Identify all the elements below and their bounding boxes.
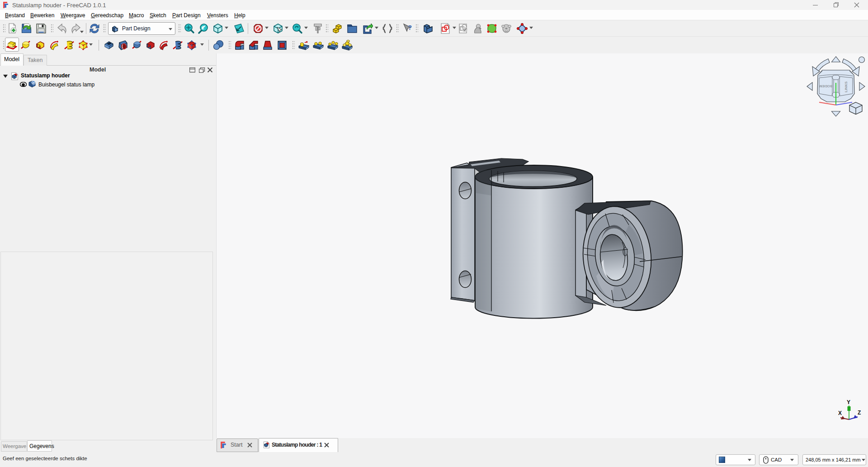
svg-text:LINKS: LINKS — [844, 81, 848, 92]
svg-text:Z: Z — [858, 410, 861, 416]
svg-text:BODEM: BODEM — [819, 84, 833, 88]
svg-text:?: ? — [408, 24, 412, 31]
svg-text:X: X — [838, 410, 842, 416]
svg-text:Y: Y — [847, 399, 850, 405]
